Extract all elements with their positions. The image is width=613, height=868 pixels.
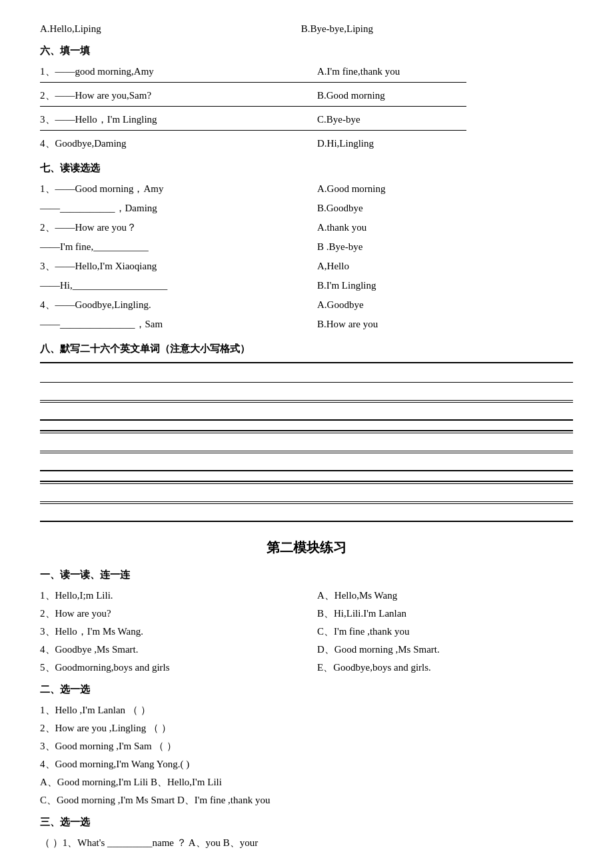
section7-item2-line2-right: B .Bye-bye bbox=[317, 238, 573, 256]
section-6-title: 六、填一填 bbox=[40, 42, 573, 60]
section-7: 七、读读选选 1、——Good morning，Amy A.Good morni… bbox=[40, 159, 573, 333]
m3-item-1: （ ）1、What's _________name ？ A、you B、your bbox=[40, 834, 573, 852]
section7-item1-line2-left: ——___________，Daming bbox=[40, 199, 296, 217]
section6-item2-fill bbox=[40, 106, 466, 107]
m2-item-1: 1、Hello ,I'm Lanlan （ ） bbox=[40, 701, 573, 719]
m1-right-3: C、I'm fine ,thank you bbox=[317, 623, 573, 641]
m1-left-1: 1、Hello,I;m Lili. bbox=[40, 587, 296, 605]
section7-item2-line1-right: A.thank you bbox=[317, 219, 573, 237]
m1-left-2: 2、How are you? bbox=[40, 605, 296, 623]
section-m1-title: 一、读一读、连一连 bbox=[40, 566, 573, 584]
section-m3: 三、选一选 （ ）1、What's _________name ？ A、you … bbox=[40, 813, 573, 852]
section7-item3-line2-right: B.I'm Lingling bbox=[317, 277, 573, 295]
section-6: 六、填一填 1、——good morning,Amy A.I'm fine,th… bbox=[40, 42, 573, 153]
section6-item3-left: 3、——Hello，I'm Lingling bbox=[40, 111, 296, 129]
section7-item4-line2-right: B.How are you bbox=[317, 315, 573, 333]
section7-item3-line1-left: 3、——Hello,I'm Xiaoqiang bbox=[40, 257, 296, 275]
section7-item4-line2-left: ——_______________，Sam bbox=[40, 315, 296, 333]
module2-title: 第二模块练习 bbox=[40, 535, 573, 559]
section6-item1-fill bbox=[40, 82, 466, 83]
m1-right-1: A、Hello,Ms Wang bbox=[317, 587, 573, 605]
section-7-title: 七、读读选选 bbox=[40, 159, 573, 177]
section6-item3-fill bbox=[40, 130, 466, 131]
section-m2: 二、选一选 1、Hello ,I'm Lanlan （ ） 2、How are … bbox=[40, 681, 573, 809]
m2-options-2: C、Good morning ,I'm Ms Smart D、I'm fine … bbox=[40, 791, 573, 809]
m2-item-2: 2、How are you ,Lingling （ ） bbox=[40, 719, 573, 737]
section7-item4-line1-right: A.Goodbye bbox=[317, 296, 573, 314]
m1-right-4: D、Good morning ,Ms Smart. bbox=[317, 641, 573, 659]
section-m3-title: 三、选一选 bbox=[40, 813, 573, 831]
m2-item-4: 4、Good morning,I'm Wang Yong.( ) bbox=[40, 755, 573, 773]
section7-item2-line2-left: ——I'm fine,___________ bbox=[40, 238, 296, 256]
section7-item4-line1-left: 4、——Goodbye,Lingling. bbox=[40, 296, 296, 314]
m1-right-5: E、Goodbye,boys and girls. bbox=[317, 659, 573, 677]
section-m1-left: 1、Hello,I;m Lili. 2、How are you? 3、Hello… bbox=[40, 587, 296, 677]
m2-item-3: 3、Good morning ,I'm Sam （ ） bbox=[40, 737, 573, 755]
section7-item1-line2-right: B.Goodbye bbox=[317, 199, 573, 217]
section7-item2-line1-left: 2、——How are you？ bbox=[40, 219, 296, 237]
section7-item1-line1-right: A.Good morning bbox=[317, 180, 573, 198]
section6-item4-left: 4、Goodbye,Daming bbox=[40, 135, 296, 153]
section6-item4-right: D.Hi,Lingling bbox=[317, 135, 573, 153]
section6-item3-right: C.Bye-bye bbox=[317, 111, 573, 129]
section7-item1-line1-left: 1、——Good morning，Amy bbox=[40, 180, 296, 198]
section6-item2-right: B.Good morning bbox=[317, 87, 573, 105]
section7-item3-line1-right: A,Hello bbox=[317, 257, 573, 275]
option-b-byebye: B.Bye-bye,Liping bbox=[301, 20, 373, 38]
section-8: 八、默写二十六个英文单词（注意大小写格式） bbox=[40, 340, 573, 522]
section-8-title: 八、默写二十六个英文单词（注意大小写格式） bbox=[40, 340, 573, 358]
m2-options-1: A、Good morning,I'm Lili B、Hello,I'm Lili bbox=[40, 773, 573, 791]
m1-left-5: 5、Goodmorning,boys and girls bbox=[40, 659, 296, 677]
section6-item2-left: 2、——How are you,Sam? bbox=[40, 87, 296, 105]
option-a-hello: A.Hello,Liping bbox=[40, 20, 101, 38]
section-m1-right: A、Hello,Ms Wang B、Hi,Lili.I'm Lanlan C、I… bbox=[317, 587, 573, 677]
section-m1: 一、读一读、连一连 1、Hello,I;m Lili. 2、How are yo… bbox=[40, 566, 573, 677]
m1-right-2: B、Hi,Lili.I'm Lanlan bbox=[317, 605, 573, 623]
m1-left-4: 4、Goodbye ,Ms Smart. bbox=[40, 641, 296, 659]
section-m2-title: 二、选一选 bbox=[40, 681, 573, 699]
section7-item3-line2-left: ——Hi,___________________ bbox=[40, 277, 296, 295]
section6-item1-right: A.I'm fine,thank you bbox=[317, 63, 573, 81]
section6-item1-left: 1、——good morning,Amy bbox=[40, 63, 296, 81]
m1-left-3: 3、Hello，I'm Ms Wang. bbox=[40, 623, 296, 641]
